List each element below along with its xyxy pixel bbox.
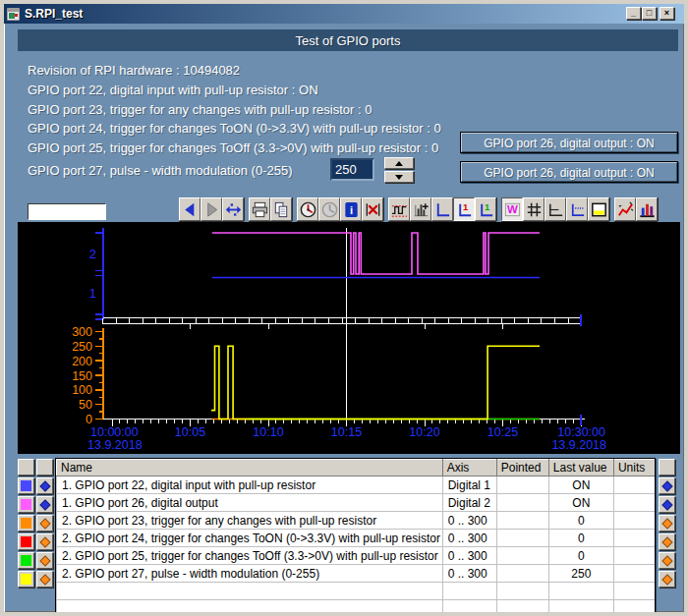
close-button[interactable]: × [659,7,674,20]
analog-axis-tick-label: 50 [79,398,92,412]
curve-visibility-icon[interactable]: W [501,197,523,221]
curve-marker-button-3[interactable] [36,533,53,550]
curve-color-button-3[interactable] [18,533,34,550]
curve-color-button-2[interactable] [18,515,34,532]
diamond-icon [661,480,672,491]
copy-icon[interactable] [270,197,292,221]
axis-horizontal-icon[interactable] [545,197,566,221]
pan-horizontal-icon[interactable] [222,197,244,221]
print-icon[interactable] [249,197,270,221]
column-header-last-value[interactable]: Last value [548,460,613,476]
empty-cell [613,583,656,600]
step-back-icon[interactable] [179,197,201,221]
curve-marker-button-4[interactable] [36,552,53,569]
axis-red1-icon[interactable]: 1 [453,197,475,221]
table-row[interactable]: 2. GPIO port 24, trigger for changes ToO… [57,530,657,547]
chart-plot-area[interactable]: 2130025020015010050010:00:0013.9.201810:… [18,222,680,454]
x-axis-tick-label: 10:05 [175,425,205,439]
curve-color-button-1[interactable] [18,496,34,513]
fill-background-icon[interactable] [588,197,609,221]
curve-color-swatch [21,574,31,585]
curve-marker-button-5[interactable] [36,571,53,588]
curve-color-button-4[interactable] [18,552,34,569]
table-row[interactable]: 1. GPIO port 26, digital outputDigital 2… [57,494,657,512]
curve-marker-button-1[interactable] [36,496,53,513]
curve-marker-right-button-4[interactable] [659,552,675,569]
cell-units [613,494,656,512]
axis-marks-icon[interactable] [566,197,588,221]
axis-green1-icon[interactable]: 1 [475,197,496,221]
digital-waveform-icon[interactable] [388,197,410,221]
curve-marker-right-button-1[interactable] [659,496,675,513]
column-header-axis[interactable]: Axis [442,460,496,476]
curve-marker-button-2[interactable] [36,515,53,532]
column-header-units[interactable]: Units [613,460,656,476]
cell-units [613,565,656,583]
diamond-icon [661,518,672,529]
chart-toolbar-field[interactable] [28,203,106,220]
cell-axis: 0 .. 300 [442,547,496,565]
bar-chart-icon[interactable] [636,197,658,221]
line-chart-icon[interactable] [614,197,636,221]
step-forward-icon[interactable] [201,197,222,221]
table-row[interactable]: 2. GPIO port 25, trigger for changes ToO… [57,547,657,565]
empty-row [57,600,657,615]
table-row[interactable]: 2. GPIO port 27, pulse - width modulatio… [57,565,657,583]
x-axis-end-date: 13.9.2018 [551,438,606,452]
curve-marker-right-button-5[interactable] [659,571,675,588]
svg-text:i: i [349,204,352,216]
maximize-button[interactable]: □ [642,7,657,20]
application-window: S.RPI_test _ □ × Test of GPIO ports Revi… [0,0,688,616]
x-axis-tick-label: 10:15 [331,425,362,439]
info-icon[interactable]: i [340,197,362,221]
curve-marker-right-button-2[interactable] [659,515,675,532]
window-title: S.RPI_test [25,7,83,21]
info-line-3: GPIO port 24, trigger for changes ToON (… [28,119,450,139]
cell-name: 2. GPIO port 27, pulse - width modulatio… [57,565,443,583]
axis-blank-icon[interactable] [431,197,453,221]
curve-color-swatch [21,480,31,491]
minimize-button[interactable]: _ [626,7,641,20]
cell-pointed [496,565,548,583]
pwm-spin-down-button[interactable] [384,171,414,183]
cell-axis: 0 .. 300 [442,565,496,583]
curve-data-grid: NameAxisPointedLast valueUnits1. GPIO po… [56,459,656,614]
cell-pointed [496,476,548,494]
delete-curve-icon[interactable] [362,197,383,221]
table-row[interactable]: 2. GPIO port 23, trigger for any changes… [57,512,657,530]
cell-axis: 0 .. 300 [442,530,496,547]
curve-color-swatch [21,536,31,547]
pwm-value-input[interactable] [330,158,374,181]
title-bar[interactable]: S.RPI_test _ □ × [4,4,684,24]
table-row[interactable]: 1. GPIO port 22, digital input with pull… [57,476,657,494]
curve-color-swatch [21,518,31,529]
curve-color-button-5[interactable] [18,571,34,588]
gpio26-output-button-2[interactable]: GPIO port 26, digital output : ON [460,161,678,183]
x-axis-tick-label: 10:20 [409,425,439,439]
curve-color-header-button[interactable] [18,459,34,476]
curve-marker-right-button-0[interactable] [659,477,675,494]
curve-marker-button-0[interactable] [36,477,53,494]
info-line-4: GPIO port 25, trigger for changes ToOff … [28,139,450,158]
x-axis-start-time: 10:00:00 [90,425,139,439]
clock-icon[interactable] [297,197,318,221]
series-digital-trace [212,233,540,274]
pwm-spin-up-button[interactable] [384,157,414,169]
curve-marker-right-header-button[interactable] [659,459,675,476]
column-header-pointed[interactable]: Pointed [496,460,548,476]
clock-disabled-icon[interactable] [318,197,340,221]
histogram-icon[interactable] [410,197,431,221]
curve-color-swatch [21,555,31,566]
x-axis-tick-label: 10:25 [487,425,518,439]
curve-marker-right-button-3[interactable] [659,533,675,550]
gpio26-output-button-1[interactable]: GPIO port 26, digital output : ON [460,132,678,153]
cell-pointed [496,512,548,530]
info-line-1: GPIO port 22, digital input with pull-up… [28,81,450,100]
grid-icon[interactable] [523,197,545,221]
column-header-name[interactable]: Name [57,460,443,476]
curve-color-button-0[interactable] [18,477,34,494]
cell-units [613,476,656,494]
empty-cell [442,600,496,615]
curve-marker-header-button[interactable] [36,459,53,476]
curve-table: NameAxisPointedLast valueUnits1. GPIO po… [55,458,656,614]
